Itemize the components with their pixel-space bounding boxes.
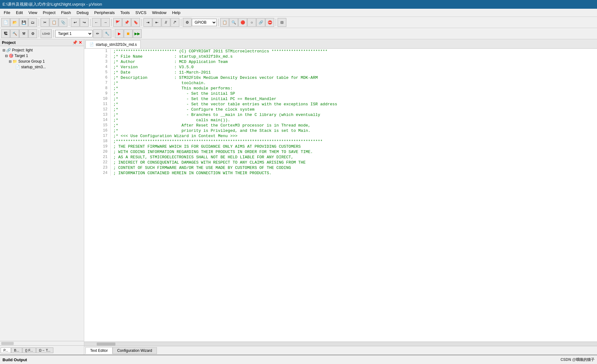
stop-debug-btn[interactable]: ⏹ [124, 29, 133, 38]
table-row: 4;* Version : V3.5.0 [84, 65, 597, 70]
code-line-content: ;***************************************… [111, 139, 597, 144]
settings-btn[interactable]: ⚙ [28, 29, 37, 38]
tab-text-editor[interactable]: Text Editor [85, 347, 113, 354]
tree-icon-folder: 📁 [12, 59, 17, 64]
paste-btn[interactable]: 📎 [59, 18, 67, 27]
target-options-btn[interactable]: 🔧 [103, 29, 111, 38]
close-icon[interactable]: ✕ [79, 40, 82, 45]
menu-item-svcs[interactable]: SVCS [133, 10, 149, 16]
window-btn[interactable]: ⊟ [278, 18, 286, 27]
table-row: 24; INFORMATION CONTAINED HEREIN IN CONN… [84, 170, 597, 176]
dbg3-btn[interactable]: 🔴 [238, 18, 247, 27]
bookmark3-btn[interactable]: 🔖 [131, 18, 140, 27]
menu-item-project[interactable]: Project [40, 10, 58, 16]
bookmark1-btn[interactable]: 🚩 [113, 18, 122, 27]
open-btn[interactable]: 📂 [10, 18, 19, 27]
dbg2-btn[interactable]: 🔍 [229, 18, 238, 27]
table-row: 9;* - Set the initial SP [84, 91, 597, 96]
back-btn[interactable]: ← [92, 18, 101, 27]
debug-start-btn[interactable]: ▶ [115, 29, 124, 38]
editor-tab-main[interactable]: 📄 startup_stm32f10x_md.s [85, 40, 141, 48]
tree-file[interactable]: 📄 startup_stm3... [1, 64, 83, 70]
comment-btn[interactable]: // [162, 18, 170, 27]
line-number: 4 [84, 65, 111, 70]
table-row: 1;************************* (C) COPYRIGH… [84, 49, 597, 54]
tab-config-wizard[interactable]: Configuration Wizard [113, 347, 157, 354]
table-row: 22; INDIRECT OR CONSEQUENTIAL DAMAGES WI… [84, 160, 597, 165]
tree-source-group[interactable]: ⊟ 📁 Source Group 1 [1, 59, 83, 64]
debug-run-tools: ▶ ⏹ ▶▶ [115, 29, 142, 38]
build-output-title: Build Output [2, 357, 27, 362]
file-tools: 📄 📂 💾 🗂 [1, 18, 37, 27]
indent-tools: ⇥ ⇤ // /* [143, 18, 179, 27]
menu-item-help[interactable]: Help [170, 10, 183, 16]
pin-icon[interactable]: 📌 [72, 40, 77, 45]
sidebar-tab-project[interactable]: P... [1, 347, 11, 353]
line-number: 1 [84, 49, 111, 54]
tsep3 [113, 30, 113, 37]
tree-root[interactable]: ⊟ 🔗 Project: light [1, 47, 83, 53]
dbg4-btn[interactable]: ○ [247, 18, 256, 27]
dbg6-btn[interactable]: ⛔ [265, 18, 274, 27]
dbg5-btn[interactable]: 🔗 [256, 18, 265, 27]
project-label: Project: light [12, 48, 33, 52]
editor-tabs: 📄 startup_stm32f10x_md.s [84, 39, 597, 49]
sep3 [90, 19, 90, 26]
build-btn[interactable]: 🔨 [10, 29, 19, 38]
fwd-btn[interactable]: → [101, 18, 110, 27]
debug-tools: 📋 🔍 🔴 ○ 🔗 ⛔ [220, 18, 274, 27]
menu-item-file[interactable]: File [1, 10, 13, 16]
sep6 [181, 19, 181, 26]
sidebar-tab-functions[interactable]: {} F... [22, 347, 36, 353]
copy-btn[interactable]: 📋 [50, 18, 58, 27]
menu-item-flash[interactable]: Flash [59, 10, 74, 16]
menu-item-tools[interactable]: Tools [118, 10, 132, 16]
tree-target[interactable]: ⊟ 🎯 Target 1 [1, 53, 83, 59]
code-line-content: ;* - Branches to __main in the C library… [111, 112, 597, 117]
code-body: 1;************************* (C) COPYRIGH… [84, 49, 597, 176]
source-group-label: Source Group 1 [18, 59, 45, 64]
indent-btn[interactable]: ⇥ [143, 18, 152, 27]
menu-item-window[interactable]: Window [149, 10, 169, 16]
table-row: 13;* - Branches to __main in the C libra… [84, 112, 597, 117]
table-row: 17;* <<< Use Configuration Wizard in Con… [84, 133, 597, 139]
gpio-select[interactable]: GPIOB [192, 19, 217, 26]
dbg1-btn[interactable]: 📋 [220, 18, 229, 27]
menu-item-debug[interactable]: Debug [74, 10, 91, 16]
line-number: 13 [84, 112, 111, 117]
sidebar-hscroll[interactable] [0, 341, 84, 345]
uncomment-btn[interactable]: /* [171, 18, 179, 27]
code-editor[interactable]: 1;************************* (C) COPYRIGH… [84, 49, 597, 342]
line-number: 12 [84, 107, 111, 112]
target-select[interactable]: Target 1 [55, 30, 93, 37]
sidebar-tab-books[interactable]: B... [11, 347, 22, 353]
cut-btn[interactable]: ✂ [41, 18, 49, 27]
run-btn[interactable]: ▶▶ [133, 29, 142, 38]
editor-hscroll[interactable] [84, 342, 597, 346]
load-btn[interactable]: LOAD [41, 29, 52, 38]
project-tree[interactable]: ⊟ 🔗 Project: light ⊟ 🎯 Target 1 ⊟ 📁 Sour… [0, 46, 84, 341]
menu-item-peripherals[interactable]: Peripherals [92, 10, 117, 16]
code-line-content: ; CONTENT OF SUCH FIRMWARE AND/OR THE US… [111, 165, 597, 170]
bookmark2-btn[interactable]: 📌 [122, 18, 131, 27]
redo-btn[interactable]: ↪ [80, 18, 89, 27]
line-number: 5 [84, 70, 111, 75]
line-number: 23 [84, 165, 111, 170]
undo-btn[interactable]: ↩ [71, 18, 80, 27]
table-row: 12;* - Configure the clock system [84, 107, 597, 112]
project-btn[interactable]: 🏗 [1, 29, 10, 38]
options-btn[interactable]: ✏ [93, 29, 102, 38]
code-line-content: ;************************* (C) COPYRIGHT… [111, 49, 597, 54]
code-line-content: ;* - Configure the clock system [111, 107, 597, 112]
rebuild-btn[interactable]: ⚒ [19, 29, 28, 38]
unindent-btn[interactable]: ⇤ [153, 18, 161, 27]
code-line-content: ;* - Set the initial SP [111, 91, 597, 96]
save-all-btn[interactable]: 🗂 [28, 18, 37, 27]
sidebar-tab-templates[interactable]: Ω→ T... [36, 347, 53, 353]
title-text: E:\课件及视频\嵌入式\作业\Light2\light.uvprojx - µ… [2, 2, 102, 7]
menu-item-view[interactable]: View [26, 10, 40, 16]
save-btn[interactable]: 💾 [19, 18, 28, 27]
new-btn[interactable]: 📄 [1, 18, 10, 27]
menu-item-edit[interactable]: Edit [13, 10, 25, 16]
left-panel: Project 📌 ✕ ⊟ 🔗 Project: light ⊟ 🎯 Targe… [0, 39, 84, 355]
